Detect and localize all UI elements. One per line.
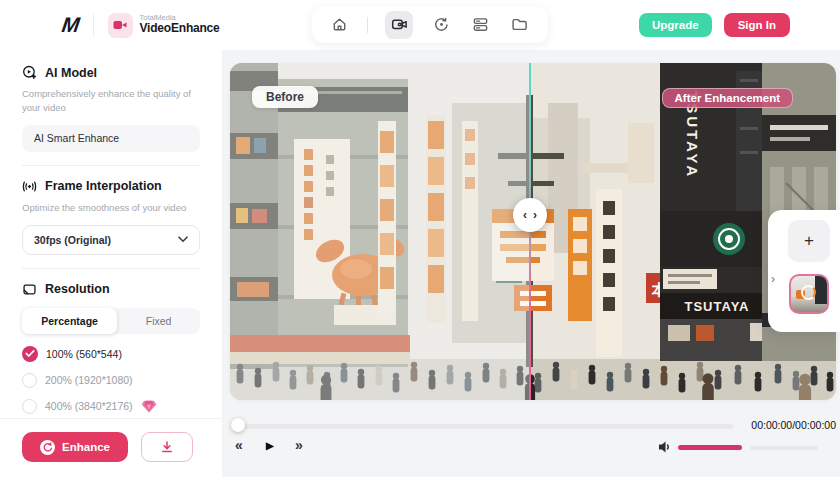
ai-model-description: Comprehensively enhance the quality of y… bbox=[22, 87, 200, 116]
add-clip-button[interactable]: + bbox=[788, 220, 830, 262]
after-enhancement-badge: After Enhancement bbox=[662, 88, 793, 108]
video-camera-icon[interactable] bbox=[385, 11, 413, 39]
nav-separator bbox=[367, 17, 368, 33]
task-list-icon[interactable] bbox=[469, 14, 491, 36]
app-window: M TotalMedia VideoEnhance bbox=[0, 0, 840, 477]
fps-select-value: 30fps (Original) bbox=[34, 234, 111, 246]
rewind-button[interactable]: « bbox=[235, 437, 243, 453]
ai-model-value[interactable]: AI Smart Enhance bbox=[22, 125, 200, 152]
volume-slider-rest[interactable] bbox=[750, 446, 818, 450]
before-badge: Before bbox=[252, 86, 318, 108]
center-nav bbox=[312, 6, 548, 43]
ai-process-icon[interactable] bbox=[430, 14, 452, 36]
volume-slider-fill[interactable] bbox=[678, 445, 742, 450]
brand-text: TotalMedia VideoEnhance bbox=[140, 14, 220, 36]
processing-spinner-icon bbox=[801, 285, 816, 300]
fps-select[interactable]: 30fps (Original) bbox=[22, 225, 200, 255]
sidebar-divider bbox=[22, 165, 200, 166]
tab-percentage[interactable]: Percentage bbox=[22, 308, 117, 334]
handle-left-arrow-icon: ‹ bbox=[523, 208, 527, 222]
video-preview[interactable]: 本 TSUTAYA TSUTAYA bbox=[230, 63, 836, 400]
play-button[interactable]: ▶ bbox=[266, 440, 274, 451]
resolution-option-label: 100% (560*544) bbox=[46, 348, 122, 360]
videoenhance-app-icon bbox=[108, 13, 133, 38]
enhance-sparkle-icon bbox=[40, 440, 55, 455]
tab-fixed[interactable]: Fixed bbox=[117, 308, 200, 334]
folder-icon[interactable] bbox=[508, 14, 530, 36]
volume-icon[interactable] bbox=[658, 440, 672, 458]
frame-interpolation-description: Optimize the smoothness of your video bbox=[22, 201, 200, 215]
download-icon bbox=[160, 440, 174, 454]
resolution-options: 100% (560*544) 200% (1920*1080) 400% (38… bbox=[22, 346, 200, 414]
sign-in-button[interactable]: Sign In bbox=[724, 13, 790, 37]
collapse-panel-chevron-icon[interactable]: › bbox=[771, 272, 775, 286]
logo-divider bbox=[93, 14, 94, 36]
radio-unchecked-icon bbox=[22, 373, 37, 388]
chevron-down-icon bbox=[178, 236, 188, 243]
resolution-option-100[interactable]: 100% (560*544) bbox=[22, 346, 200, 362]
enhance-button[interactable]: Enhance bbox=[22, 432, 128, 462]
brand-block: TotalMedia VideoEnhance bbox=[108, 13, 220, 38]
resolution-option-200[interactable]: 200% (1920*1080) bbox=[22, 373, 200, 388]
top-bar: M TotalMedia VideoEnhance bbox=[0, 0, 840, 50]
handle-right-arrow-icon: › bbox=[533, 208, 537, 222]
settings-sidebar: AI Model Comprehensively enhance the qua… bbox=[0, 50, 222, 477]
upgrade-button[interactable]: Upgrade bbox=[639, 13, 712, 37]
frame-interpolation-section-header: Frame Interpolation bbox=[22, 179, 200, 194]
compare-slider-handle[interactable]: ‹ › bbox=[513, 198, 547, 232]
resolution-option-label: 200% (1920*1080) bbox=[45, 374, 133, 386]
timeline-track[interactable] bbox=[240, 424, 733, 429]
frame-interpolation-title: Frame Interpolation bbox=[45, 179, 162, 193]
resolution-icon bbox=[22, 282, 37, 297]
premium-gem-icon bbox=[141, 400, 157, 413]
time-display: 00:00:00/00:00:00 bbox=[751, 419, 836, 431]
resolution-option-label: 400% (3840*2176) bbox=[45, 400, 133, 412]
forward-button[interactable]: » bbox=[295, 437, 303, 453]
frame-interpolation-icon bbox=[22, 179, 37, 194]
sidebar-divider bbox=[22, 268, 200, 269]
ai-model-title: AI Model bbox=[45, 66, 97, 80]
enhance-button-label: Enhance bbox=[62, 441, 110, 453]
ai-model-section-header: AI Model bbox=[22, 65, 200, 80]
radio-checked-icon bbox=[22, 346, 38, 362]
ai-model-icon bbox=[22, 65, 37, 80]
top-actions: Upgrade Sign In bbox=[639, 13, 790, 37]
resolution-mode-tabs: Percentage Fixed bbox=[22, 308, 200, 334]
clip-thumbnail[interactable] bbox=[789, 274, 829, 314]
main-area: 本 TSUTAYA TSUTAYA bbox=[222, 50, 840, 477]
resolution-section-header: Resolution bbox=[22, 282, 200, 297]
home-icon[interactable] bbox=[328, 14, 350, 36]
radio-unchecked-icon bbox=[22, 399, 37, 414]
resolution-option-400[interactable]: 400% (3840*2176) bbox=[22, 399, 200, 414]
company-logo: M bbox=[60, 13, 80, 37]
thumbnail-art bbox=[815, 276, 827, 304]
clips-panel: › + bbox=[768, 210, 840, 332]
download-button[interactable] bbox=[141, 432, 193, 462]
sidebar-action-bar: Enhance bbox=[0, 418, 222, 477]
brand-product-label: VideoEnhance bbox=[140, 22, 220, 36]
resolution-title: Resolution bbox=[45, 282, 110, 296]
timeline-playhead[interactable] bbox=[231, 418, 245, 432]
